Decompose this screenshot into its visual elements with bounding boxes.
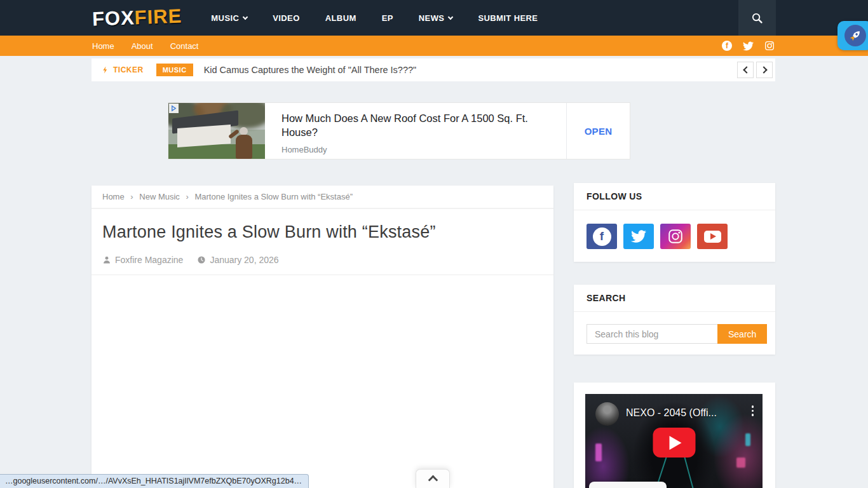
clock-icon [197, 255, 206, 264]
article-author: Foxfire Magazine [115, 255, 183, 265]
twitter-icon[interactable] [743, 41, 754, 51]
play-icon [669, 436, 681, 450]
follow-us-title: FOLLOW US [574, 183, 775, 210]
site-logo[interactable]: FOXFIRE [92, 5, 182, 31]
adchoices-icon[interactable] [169, 104, 179, 113]
follow-us-widget: FOLLOW US f [574, 183, 775, 262]
twitter-icon [631, 229, 646, 244]
search-widget-title: SEARCH [574, 285, 775, 312]
instagram-icon[interactable] [764, 41, 775, 51]
chevron-up-icon [428, 475, 438, 485]
breadcrumb-home[interactable]: Home [102, 192, 125, 201]
youtube-button[interactable] [697, 224, 728, 249]
search-input[interactable] [587, 324, 717, 344]
article-content-placeholder [92, 274, 553, 488]
rocket-icon [844, 25, 866, 46]
ticker-prev-button[interactable] [737, 62, 754, 78]
chevron-right-icon [760, 66, 767, 73]
breadcrumb: Home › New Music › Martone Ignites a Slo… [92, 186, 553, 209]
twitter-button[interactable] [623, 224, 654, 249]
youtube-icon [704, 231, 721, 243]
chevron-down-icon [243, 14, 248, 19]
facebook-icon: f [593, 227, 611, 246]
logo-text-fire: FIRE [134, 5, 182, 29]
facebook-icon[interactable]: f [722, 41, 732, 51]
search-widget: SEARCH Search [574, 285, 775, 355]
ad-image[interactable] [168, 103, 265, 159]
nav-item-music[interactable]: MUSIC [211, 13, 247, 23]
lightning-bolt-icon [102, 65, 109, 74]
youtube-embed[interactable]: NEXO - 2045 (Offi... [585, 394, 763, 488]
chevron-left-icon [743, 66, 750, 73]
chevron-down-icon [448, 14, 453, 19]
secondary-navbar: Home About Contact f [0, 36, 868, 56]
article-byline: Foxfire Magazine January 20, 2026 [102, 255, 543, 265]
nav-item-video[interactable]: VIDEO [273, 13, 299, 23]
breadcrumb-current: Martone Ignites a Slow Burn with “Ekstas… [194, 192, 353, 201]
ticker-next-button[interactable] [756, 62, 773, 78]
ad-advertiser: HomeBuddy [281, 145, 555, 154]
nav-item-news[interactable]: NEWS [419, 13, 453, 23]
news-ticker: TICKER MUSIC Kid Camus Captures the Weig… [92, 58, 775, 81]
logo-text-fox: FOX [92, 6, 135, 30]
ad-open-button[interactable]: OPEN [566, 103, 630, 159]
article-date: January 20, 2026 [210, 255, 278, 265]
subnav-item-about[interactable]: About [132, 41, 153, 51]
ad-banner: How Much Does A New Roof Cost For A 1500… [168, 102, 630, 159]
channel-avatar[interactable] [595, 402, 619, 426]
video-overlay-pill [589, 482, 667, 488]
instagram-button[interactable] [660, 224, 691, 249]
subnav-item-contact[interactable]: Contact [170, 41, 199, 51]
top-navbar: FOXFIRE MUSIC VIDEO ALBUM EP NEWS SUBMIT… [0, 0, 868, 36]
youtube-play-button[interactable] [653, 428, 695, 458]
browser-status-bar: …googleusercontent.com/…/AVvXsEh_HHATIS1… [0, 474, 309, 488]
search-icon [751, 12, 763, 24]
scroll-to-top-button[interactable] [416, 469, 450, 488]
ad-headline[interactable]: How Much Does A New Roof Cost For A 1500… [281, 111, 536, 139]
breadcrumb-new-music[interactable]: New Music [139, 192, 180, 201]
search-toggle-button[interactable] [738, 0, 776, 36]
subnav-item-home[interactable]: Home [92, 41, 114, 51]
nav-item-album[interactable]: ALBUM [325, 13, 356, 23]
video-title[interactable]: NEXO - 2045 (Offi... [626, 407, 717, 419]
instagram-icon [667, 228, 684, 245]
search-button[interactable]: Search [717, 324, 767, 344]
facebook-button[interactable]: f [587, 224, 617, 249]
page-title: Martone Ignites a Slow Burn with “Ekstas… [102, 222, 543, 242]
rocket-launcher-button[interactable] [837, 21, 868, 50]
article-card: Home › New Music › Martone Ignites a Slo… [92, 186, 553, 488]
nav-item-ep[interactable]: EP [382, 13, 393, 23]
main-menu: MUSIC VIDEO ALBUM EP NEWS SUBMIT HERE [211, 13, 538, 23]
ticker-category-badge[interactable]: MUSIC [156, 64, 193, 76]
video-more-options-icon[interactable] [752, 405, 754, 416]
ticker-headline-link[interactable]: Kid Camus Captures the Weight of "All Th… [204, 65, 417, 75]
sidebar: FOLLOW US f SEARCH Search [574, 183, 775, 488]
ticker-label: TICKER [113, 65, 144, 74]
video-widget: NEXO - 2045 (Offi... [574, 383, 775, 488]
author-icon [102, 255, 111, 264]
nav-item-submit-here[interactable]: SUBMIT HERE [478, 13, 538, 23]
